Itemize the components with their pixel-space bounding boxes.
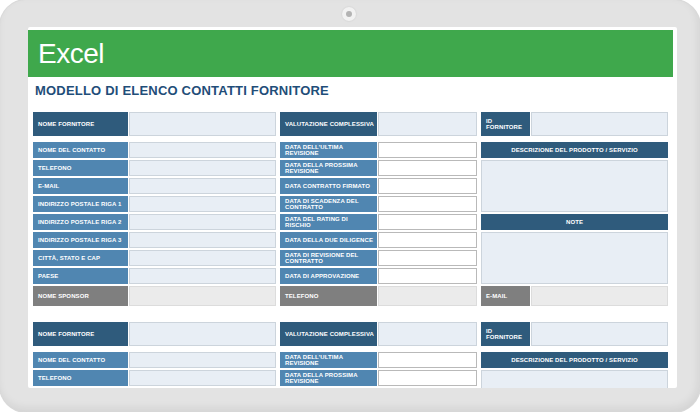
field-label-nome-del-contatto-t2: NOME DEL CONTATTO	[33, 352, 128, 368]
field-row: NOME DEL CONTATTO	[33, 142, 276, 158]
page-title: MODELLO DI ELENCO CONTATTI FORNITORE	[35, 83, 329, 98]
field-label-nome-fornitore-t2: NOME FORNITORE	[33, 322, 128, 346]
field-input-nome-fornitore-t2[interactable]	[129, 322, 276, 346]
field-label-scadenza-contratto: DATA DI SCADENZA DEL CONTRATTO	[280, 196, 377, 212]
field-label-indirizzo1: INDIRIZZO POSTALE RIGA 1	[33, 196, 128, 212]
dates-column: VALUTAZIONE COMPLESSIVA DATA DELL'ULTIMA…	[280, 322, 477, 388]
field-input-nome-del-contatto-t2[interactable]	[129, 352, 276, 368]
field-label-id-fornitore: ID FORNITORE	[481, 112, 530, 136]
field-row: CITTÀ, STATO E CAP	[33, 250, 276, 266]
field-label-prossima-revisione: DATA DELLA PROSSIMA REVISIONE	[280, 160, 377, 176]
field-label-valutazione-t2: VALUTAZIONE COMPLESSIVA	[280, 322, 377, 346]
field-label-email: E-MAIL	[33, 178, 128, 194]
field-input-descrizione-t2[interactable]	[481, 370, 668, 388]
field-row: TELEFONO	[33, 160, 276, 176]
field-input-valutazione-t2[interactable]	[378, 322, 477, 346]
field-row: E-MAIL	[481, 286, 668, 306]
section-header-note: NOTE	[481, 214, 668, 230]
field-label-email-sponsor: E-MAIL	[481, 286, 530, 306]
field-input-ultima-revisione[interactable]	[378, 142, 477, 158]
field-label-nome-del-contatto: NOME DEL CONTATTO	[33, 142, 128, 158]
field-label-prossima-revisione-t2: DATA DELLA PROSSIMA REVISIONE	[280, 370, 377, 386]
excel-logo: Excel	[38, 40, 104, 68]
field-label-citta-stato-cap: CITTÀ, STATO E CAP	[33, 250, 128, 266]
field-input-id-fornitore-t2[interactable]	[531, 322, 668, 346]
field-row: DATA DELLA PROSSIMA REVISIONE	[280, 160, 477, 176]
field-row: PAESE	[33, 268, 276, 284]
field-row: ID FORNITORE	[481, 112, 668, 136]
field-input-citta-stato-cap[interactable]	[129, 250, 276, 266]
field-input-prossima-revisione[interactable]	[378, 160, 477, 176]
field-row: DATA DI SCADENZA DEL CONTRATTO	[280, 196, 477, 212]
field-label-contratto-firmato: DATA CONTRATTO FIRMATO	[280, 178, 377, 194]
field-row: INDIRIZZO POSTALE RIGA 3	[33, 232, 276, 248]
field-input-note[interactable]	[481, 232, 668, 284]
field-label-revisione-contratto: DATA DI REVISIONE DEL CONTRATTO	[280, 250, 377, 266]
field-row: TELEFONO	[33, 370, 276, 386]
field-label-ultima-revisione: DATA DELL'ULTIMA REVISIONE	[280, 142, 377, 158]
contact-column: NOME FORNITORE NOME DEL CONTATTO TELEFON…	[33, 112, 276, 306]
field-row: INDIRIZZO POSTALE RIGA 2	[33, 214, 276, 230]
field-row: NOME SPONSOR	[33, 286, 276, 306]
spreadsheet-screen: Excel MODELLO DI ELENCO CONTATTI FORNITO…	[28, 27, 677, 388]
field-input-revisione-contratto[interactable]	[378, 250, 477, 266]
field-input-telefono-sponsor[interactable]	[378, 286, 477, 306]
field-input-email-sponsor[interactable]	[531, 286, 668, 306]
field-row: DATA DELL'ULTIMA REVISIONE	[280, 352, 477, 368]
field-row: DATA DEL RATING DI RISCHIO	[280, 214, 477, 230]
field-label-due-diligence: DATA DELLA DUE DILIGENCE	[280, 232, 377, 248]
field-input-prossima-revisione-t2[interactable]	[378, 370, 477, 386]
field-input-paese[interactable]	[129, 268, 276, 284]
field-input-indirizzo3[interactable]	[129, 232, 276, 248]
field-input-email[interactable]	[129, 178, 276, 194]
field-row: VALUTAZIONE COMPLESSIVA	[280, 322, 477, 346]
field-input-rating-rischio[interactable]	[378, 214, 477, 230]
field-input-approvazione[interactable]	[378, 268, 477, 284]
field-label-indirizzo3: INDIRIZZO POSTALE RIGA 3	[33, 232, 128, 248]
field-input-contratto-firmato[interactable]	[378, 178, 477, 194]
field-input-nome-del-contatto[interactable]	[129, 142, 276, 158]
field-label-rating-rischio: DATA DEL RATING DI RISCHIO	[280, 214, 377, 230]
field-label-approvazione: DATA DI APPROVAZIONE	[280, 268, 377, 284]
field-row: NOME DEL CONTATTO	[33, 352, 276, 368]
field-input-valutazione[interactable]	[378, 112, 477, 136]
excel-brand-bar: Excel	[28, 30, 673, 77]
field-label-paese: PAESE	[33, 268, 128, 284]
field-row: NOME FORNITORE	[33, 112, 276, 136]
field-input-indirizzo2[interactable]	[129, 214, 276, 230]
dates-column: VALUTAZIONE COMPLESSIVA DATA DELL'ULTIMA…	[280, 112, 477, 306]
field-row: ID FORNITORE	[481, 322, 668, 346]
field-label-ultima-revisione-t2: DATA DELL'ULTIMA REVISIONE	[280, 352, 377, 368]
field-row: TELEFONO	[280, 286, 477, 306]
field-input-telefono[interactable]	[129, 160, 276, 176]
field-label-id-fornitore-t2: ID FORNITORE	[481, 322, 530, 346]
camera-icon	[342, 7, 356, 21]
field-row: DATA DELL'ULTIMA REVISIONE	[280, 142, 477, 158]
field-input-ultima-revisione-t2[interactable]	[378, 352, 477, 368]
field-input-telefono-t2[interactable]	[129, 370, 276, 386]
contact-column: NOME FORNITORE NOME DEL CONTATTO TELEFON…	[33, 322, 276, 388]
tablet-frame: Excel MODELLO DI ELENCO CONTATTI FORNITO…	[0, 0, 700, 412]
field-input-indirizzo1[interactable]	[129, 196, 276, 212]
camera-lens-icon	[346, 11, 352, 17]
field-label-valutazione: VALUTAZIONE COMPLESSIVA	[280, 112, 377, 136]
field-row: DATA DI REVISIONE DEL CONTRATTO	[280, 250, 477, 266]
field-label-nome-sponsor: NOME SPONSOR	[33, 286, 128, 306]
field-label-nome-fornitore: NOME FORNITORE	[33, 112, 128, 136]
field-input-nome-fornitore[interactable]	[129, 112, 276, 136]
field-input-descrizione[interactable]	[481, 160, 668, 212]
field-row: DATA DELLA DUE DILIGENCE	[280, 232, 477, 248]
field-row: E-MAIL	[33, 178, 276, 194]
description-column: ID FORNITORE DESCRIZIONE DEL PRODOTTO / …	[481, 112, 668, 306]
section-header-descrizione-t2: DESCRIZIONE DEL PRODOTTO / SERVIZIO	[481, 352, 668, 368]
field-row: DATA CONTRATTO FIRMATO	[280, 178, 477, 194]
field-input-scadenza-contratto[interactable]	[378, 196, 477, 212]
field-label-telefono-sponsor: TELEFONO	[280, 286, 377, 306]
field-input-due-diligence[interactable]	[378, 232, 477, 248]
field-row: DATA DI APPROVAZIONE	[280, 268, 477, 284]
field-label-indirizzo2: INDIRIZZO POSTALE RIGA 2	[33, 214, 128, 230]
field-row: VALUTAZIONE COMPLESSIVA	[280, 112, 477, 136]
field-input-nome-sponsor[interactable]	[129, 286, 276, 306]
field-input-id-fornitore[interactable]	[531, 112, 668, 136]
section-header-descrizione: DESCRIZIONE DEL PRODOTTO / SERVIZIO	[481, 142, 668, 158]
